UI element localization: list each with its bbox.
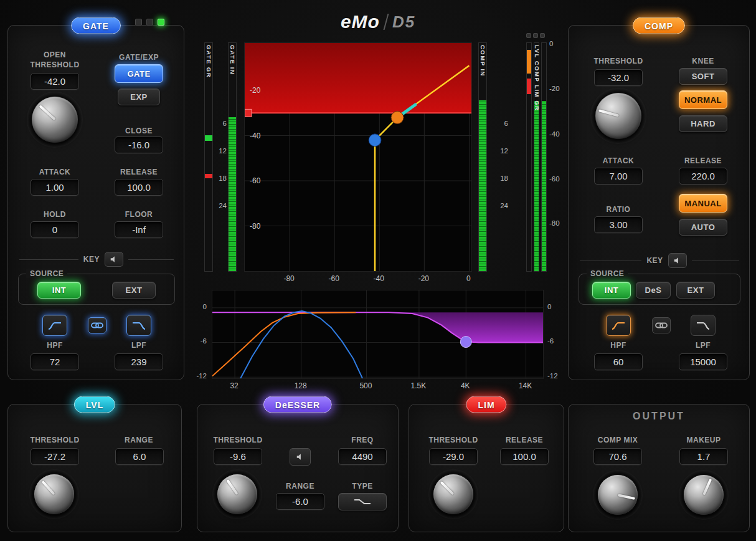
gate-open-threshold-knob[interactable] (32, 97, 78, 143)
high-shelf-cut-icon (353, 497, 372, 506)
gr-scale-left: 6121824 (214, 42, 227, 272)
lvl-threshold-label: THRESHOLD (17, 436, 92, 444)
dynamics-transfer-graph[interactable]: -20-40-60-80 (244, 42, 472, 272)
gate-hpf-button[interactable] (42, 315, 67, 336)
comp-source-des-button[interactable]: DeS (636, 282, 671, 299)
gate-filter-link-button[interactable] (88, 317, 106, 333)
gate-section-toggle[interactable]: GATE (71, 17, 121, 34)
comp-mix-value[interactable]: 70.6 (593, 448, 642, 465)
comp-source-group: SOURCE INT DeS EXT (579, 274, 740, 305)
deesser-range-value[interactable]: -6.0 (276, 493, 324, 510)
comp-attack-label: ATTACK (581, 156, 656, 165)
led-off (533, 33, 538, 38)
deesser-panel: DeESSER THRESHOLD -9.6 FREQ 4490 RANGE -… (197, 404, 399, 532)
gate-hpf-value[interactable]: 72 (31, 353, 79, 370)
deesser-threshold-value[interactable]: -9.6 (214, 448, 262, 465)
gate-open-label: OPEN (24, 50, 86, 59)
sidechain-eq-graph[interactable] (212, 290, 544, 379)
gate-attack-value[interactable]: 1.00 (31, 179, 79, 196)
led-off (146, 19, 153, 26)
gate-key-listen-button[interactable] (105, 252, 123, 267)
comp-section-toggle[interactable]: COMP (633, 17, 685, 34)
gate-floor-label: FLOOR (108, 210, 170, 219)
comp-lpf-label: LPF (666, 341, 740, 350)
comp-filter-link-button[interactable] (652, 317, 671, 333)
comp-mix-knob[interactable] (598, 475, 638, 515)
comp-ratio-label: RATIO (581, 205, 656, 214)
gate-lpf-value[interactable]: 239 (115, 353, 163, 370)
gate-key-label: KEY (83, 255, 100, 264)
comp-attack-value[interactable]: 7.00 (594, 168, 643, 184)
gate-lpf-label: LPF (108, 341, 170, 350)
comp-threshold-value[interactable]: -32.0 (594, 69, 643, 86)
gate-lpf-button[interactable] (126, 315, 151, 336)
led-off (540, 33, 545, 38)
speaker-icon (673, 256, 682, 265)
gate-status-leds (135, 19, 164, 26)
lim-threshold-knob[interactable] (433, 474, 473, 514)
gate-release-label: RELEASE (108, 168, 170, 176)
logo-model: D5 (392, 12, 415, 32)
lvl-range-value[interactable]: 6.0 (115, 448, 164, 465)
lvl-threshold-value[interactable]: -27.2 (31, 448, 79, 465)
gate-source-label: SOURCE (26, 269, 67, 278)
logo-brand: eMo (341, 11, 380, 32)
highpass-filter-icon (611, 320, 626, 331)
gate-mode-gate-button[interactable]: GATE (115, 64, 163, 83)
deesser-threshold-knob[interactable] (217, 474, 257, 514)
comp-release-value[interactable]: 220.0 (679, 168, 727, 184)
comp-hpf-button[interactable] (606, 315, 631, 336)
lvl-section-toggle[interactable]: LVL (74, 396, 115, 413)
gate-source-int-button[interactable]: INT (37, 282, 81, 299)
makeup-label: MAKEUP (666, 436, 741, 444)
lim-threshold-label: THRESHOLD (416, 436, 491, 444)
gate-mode-exp-button[interactable]: EXP (118, 89, 160, 105)
gate-attack-label: ATTACK (24, 168, 86, 176)
led-on (158, 19, 164, 26)
gate-floor-value[interactable]: -Inf (115, 221, 163, 238)
comp-source-ext-button[interactable]: EXT (676, 282, 715, 299)
lim-section-toggle[interactable]: LIM (466, 396, 506, 413)
comp-release-manual-button[interactable]: MANUAL (679, 194, 727, 213)
lvl-gr-meter (526, 42, 532, 272)
comp-lpf-button[interactable] (691, 315, 716, 336)
logo-divider (383, 14, 389, 30)
eq-x-axis: 321285001.5K4K14K (212, 381, 544, 391)
gr-scale-right: 6121824 (493, 42, 508, 272)
lvl-comp-lim-gr-label: LVL COMP LIM GR (534, 45, 541, 111)
comp-hpf-value[interactable]: 60 (594, 353, 643, 370)
lowpass-filter-icon (696, 320, 711, 331)
comp-source-int-button[interactable]: INT (592, 282, 631, 299)
comp-lpf-value[interactable]: 15000 (679, 353, 727, 370)
makeup-value[interactable]: 1.7 (679, 448, 728, 465)
comp-release-auto-button[interactable]: AUTO (679, 219, 727, 236)
gate-release-value[interactable]: 100.0 (115, 179, 163, 196)
comp-knee-soft-button[interactable]: SOFT (679, 68, 727, 85)
gate-panel: GATE OPEN THRESHOLD -42.0 GATE/EXP GATE … (7, 25, 184, 380)
deesser-section-toggle[interactable]: DeESSER (263, 396, 332, 413)
divider (580, 261, 641, 261)
deesser-listen-button[interactable] (290, 448, 311, 466)
makeup-knob[interactable] (684, 475, 724, 515)
comp-ratio-value[interactable]: 3.00 (594, 216, 643, 233)
gate-in-meter (228, 42, 237, 272)
link-icon (655, 322, 668, 329)
deesser-type-button[interactable] (338, 493, 387, 510)
gate-source-group: SOURCE INT EXT (18, 274, 175, 305)
lim-threshold-value[interactable]: -29.0 (429, 448, 478, 465)
deesser-freq-value[interactable]: 4490 (338, 448, 387, 465)
gate-source-ext-button[interactable]: EXT (112, 282, 156, 299)
lim-release-value[interactable]: 100.0 (500, 448, 549, 465)
comp-knee-normal-button[interactable]: NORMAL (679, 90, 727, 109)
io-scale: 0-20-40-60-80 (549, 42, 568, 272)
gate-close-value[interactable]: -16.0 (115, 136, 163, 153)
gate-mode-label: GATE/EXP (102, 53, 176, 62)
gate-open-threshold-label: THRESHOLD (24, 60, 86, 69)
lvl-threshold-knob[interactable] (34, 474, 74, 514)
comp-key-listen-button[interactable] (668, 253, 687, 268)
comp-threshold-knob[interactable] (595, 93, 641, 139)
svg-text:-20: -20 (250, 86, 261, 95)
gate-hold-value[interactable]: 0 (31, 221, 79, 238)
gate-open-threshold-value[interactable]: -42.0 (31, 73, 79, 90)
comp-knee-hard-button[interactable]: HARD (679, 115, 727, 132)
